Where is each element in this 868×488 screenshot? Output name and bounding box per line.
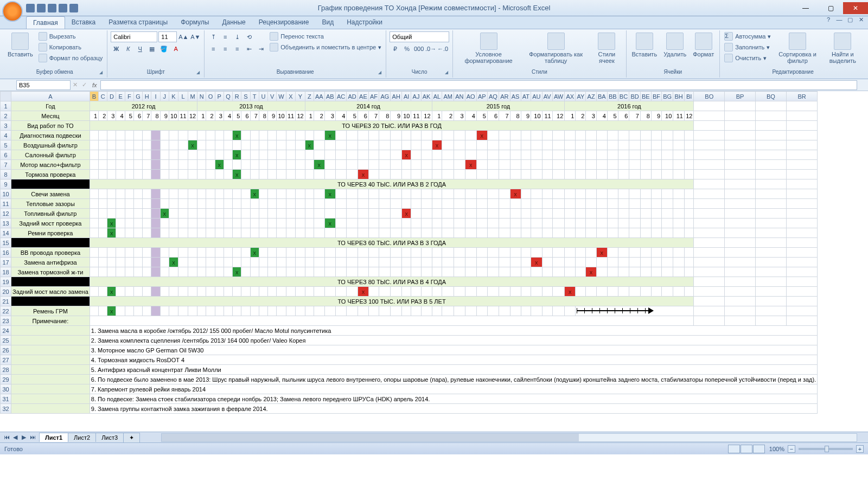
cell-14-5[interactable] xyxy=(125,228,133,238)
fill-button[interactable]: Заполнить ▾ xyxy=(723,42,772,52)
month-cell[interactable]: 6 xyxy=(487,111,499,121)
cell-16-5[interactable] xyxy=(125,248,133,258)
cell-17-50[interactable] xyxy=(576,258,586,267)
row-18[interactable]: 18 xyxy=(1,267,11,277)
cell-17-19[interactable] xyxy=(250,258,259,267)
cell-11-31[interactable] xyxy=(368,199,379,209)
cell-8-10[interactable] xyxy=(169,170,178,179)
cell-4-2[interactable] xyxy=(99,131,107,140)
copy-button[interactable]: Копировать xyxy=(37,42,104,52)
row-label-13[interactable]: Задний мост проверка xyxy=(11,219,90,228)
cell-22-43[interactable] xyxy=(499,306,510,316)
row-9[interactable]: 9 xyxy=(1,179,11,189)
row-21[interactable]: 21 xyxy=(1,297,11,306)
cell-4-28[interactable] xyxy=(335,131,347,140)
cell-14-60[interactable] xyxy=(684,228,693,238)
cell-6-15[interactable] xyxy=(215,150,224,160)
col-N[interactable]: N xyxy=(197,92,206,101)
cell-11-34[interactable] xyxy=(402,199,411,209)
cell-4-21[interactable] xyxy=(267,131,276,140)
cell-6-25[interactable] xyxy=(305,150,314,160)
cell-7-45[interactable] xyxy=(521,160,531,170)
cell-8-1[interactable] xyxy=(90,170,98,179)
cell-22-45[interactable] xyxy=(521,306,531,316)
cell-13-37[interactable] xyxy=(432,219,442,228)
cell-8-11[interactable] xyxy=(178,170,188,179)
row-3[interactable]: 3 xyxy=(1,121,11,131)
cell-16-10[interactable] xyxy=(169,248,178,258)
cell-7-57[interactable] xyxy=(651,160,661,170)
cell-18-7[interactable] xyxy=(143,267,151,277)
bold-button[interactable]: Ж xyxy=(111,43,122,54)
col-AH[interactable]: AH xyxy=(391,92,402,101)
cell-7-4[interactable] xyxy=(116,160,125,170)
month-cell[interactable]: 9 xyxy=(391,111,402,121)
cell-10-28[interactable] xyxy=(335,189,347,199)
cell-10-44[interactable]: x xyxy=(510,189,521,199)
cell-6-16[interactable] xyxy=(224,150,232,160)
cell-17-11[interactable] xyxy=(178,258,188,267)
cell-20-38[interactable] xyxy=(442,287,454,297)
cell-13-15[interactable] xyxy=(215,219,224,228)
cell-20-11[interactable] xyxy=(178,287,188,297)
align-right-button[interactable]: ≡ xyxy=(232,43,242,54)
cell-16-43[interactable] xyxy=(499,248,510,258)
cell-20-16[interactable] xyxy=(224,287,232,297)
cell-22-24[interactable] xyxy=(296,306,305,316)
cell-18-53[interactable] xyxy=(607,267,618,277)
cell-20-51[interactable] xyxy=(586,287,596,297)
cell-5-16[interactable] xyxy=(224,140,232,150)
cell-16-16[interactable] xyxy=(224,248,232,258)
cell-13-7[interactable] xyxy=(143,219,151,228)
cell-11-24[interactable] xyxy=(296,199,305,209)
cell-17-20[interactable] xyxy=(259,258,267,267)
cell-5-8[interactable] xyxy=(151,140,160,150)
indent-dec-button[interactable]: ⇤ xyxy=(244,43,254,54)
month-cell[interactable]: 3 xyxy=(454,111,465,121)
cell-20-50[interactable] xyxy=(576,287,586,297)
cell-10-49[interactable] xyxy=(565,189,576,199)
cell-14-53[interactable] xyxy=(607,228,618,238)
cell-5-41[interactable] xyxy=(476,140,487,150)
cell-22-6[interactable] xyxy=(133,306,142,316)
row-2[interactable]: 2 xyxy=(1,111,11,121)
month-cell[interactable]: 4 xyxy=(465,111,476,121)
cell-10-54[interactable] xyxy=(618,189,629,199)
col-AO[interactable]: AO xyxy=(465,92,476,101)
cell-18-4[interactable] xyxy=(116,267,125,277)
cell-5-33[interactable] xyxy=(391,140,402,150)
cell-5-2[interactable] xyxy=(99,140,107,150)
sort-filter-button[interactable]: Сортировка и фильтр xyxy=(774,31,820,69)
cell-20-59[interactable] xyxy=(673,287,685,297)
fx-icon[interactable]: fx xyxy=(92,82,97,88)
cell-16-11[interactable] xyxy=(178,248,188,258)
cell-16-25[interactable] xyxy=(305,248,314,258)
cell-8-27[interactable] xyxy=(324,170,335,179)
row-23[interactable]: 23 xyxy=(1,316,11,326)
cell-13-10[interactable] xyxy=(169,219,178,228)
cell-8-3[interactable] xyxy=(107,170,116,179)
cell-22-26[interactable] xyxy=(314,306,324,316)
row-label-5[interactable]: Воздушный фильтр xyxy=(11,140,90,150)
cell-20-9[interactable] xyxy=(160,287,169,297)
month-cell[interactable]: 7 xyxy=(143,111,151,121)
cell-11-51[interactable] xyxy=(586,199,596,209)
month-cell[interactable]: 3 xyxy=(107,111,116,121)
cell-18-11[interactable] xyxy=(178,267,188,277)
cell-20-49[interactable]: x xyxy=(565,287,576,297)
col-AM[interactable]: AM xyxy=(442,92,454,101)
cell-5-11[interactable] xyxy=(178,140,188,150)
cell-13-44[interactable] xyxy=(510,219,521,228)
cell-5-40[interactable] xyxy=(465,140,476,150)
cell-22-18[interactable] xyxy=(241,306,250,316)
cell-22-34[interactable] xyxy=(402,306,411,316)
col-AK[interactable]: AK xyxy=(421,92,432,101)
cell-5-5[interactable] xyxy=(125,140,133,150)
cell-4-48[interactable] xyxy=(552,131,565,140)
row-28[interactable]: 28 xyxy=(1,365,11,375)
col-Q[interactable]: Q xyxy=(224,92,232,101)
horizontal-scrollbar[interactable] xyxy=(161,433,857,442)
align-top-button[interactable]: ⤒ xyxy=(208,31,219,42)
cut-button[interactable]: Вырезать xyxy=(37,31,104,41)
cell-16-56[interactable] xyxy=(640,248,651,258)
